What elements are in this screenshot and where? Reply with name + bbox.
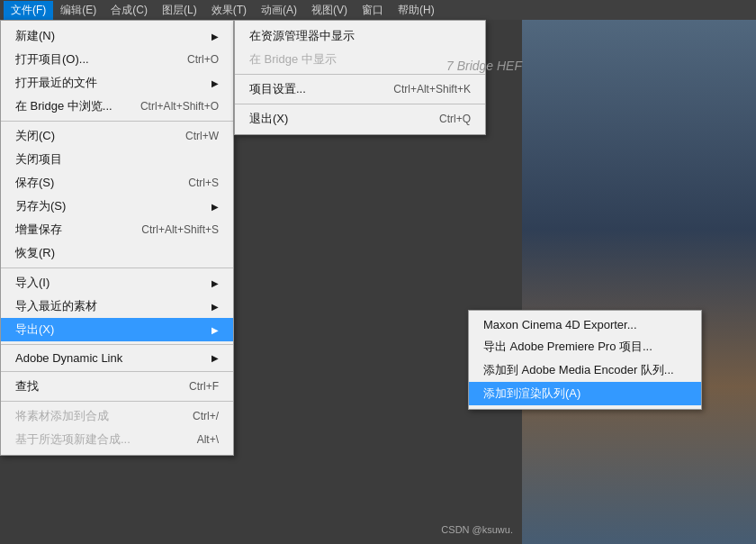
menubar: 文件(F) 编辑(E) 合成(C) 图层(L) 效果(T) 动画(A) 视图(V… — [0, 0, 756, 20]
menu-item-open[interactable]: 打开项目(O)... Ctrl+O — [1, 48, 233, 71]
menu-item-add-to-comp: 将素材添加到合成 Ctrl+/ — [1, 404, 233, 428]
menu-item-show-in-explorer[interactable]: 在资源管理器中显示 — [235, 24, 485, 48]
menu-item-recent-files[interactable]: 打开最近的文件 ▶ — [1, 71, 233, 95]
menu-item-import[interactable]: 导入(I) ▶ — [1, 271, 233, 295]
submenu-arrow: ▶ — [212, 325, 219, 335]
submenu-arrow: ▶ — [212, 202, 219, 212]
submenu-arrow: ▶ — [212, 278, 219, 288]
menu-item-save[interactable]: 保存(S) Ctrl+S — [1, 171, 233, 195]
menu-item-import-recent[interactable]: 导入最近的素材 ▶ — [1, 295, 233, 318]
separator-sec-1 — [235, 74, 485, 75]
menubar-item-view[interactable]: 视图(V) — [304, 1, 355, 20]
menubar-item-animate[interactable]: 动画(A) — [254, 1, 304, 20]
submenu-arrow: ▶ — [212, 353, 219, 363]
menu-item-new[interactable]: 新建(N) ▶ — [1, 24, 233, 48]
separator-2 — [1, 267, 233, 268]
menu-item-adobe-dynamic-link[interactable]: Adobe Dynamic Link ▶ — [1, 348, 233, 368]
menu-item-quit[interactable]: 退出(X) Ctrl+Q — [235, 107, 485, 131]
menubar-item-help[interactable]: 帮助(H) — [391, 1, 442, 20]
menubar-item-edit[interactable]: 编辑(E) — [53, 1, 104, 20]
menu-item-premiere-export[interactable]: 导出 Adobe Premiere Pro 项目... — [469, 335, 701, 358]
separator-3 — [1, 344, 233, 345]
menubar-item-file[interactable]: 文件(F) — [4, 1, 53, 20]
menu-item-add-to-render-queue[interactable]: 添加到渲染队列(A) — [469, 382, 701, 405]
background-image — [522, 20, 756, 544]
menu-item-close-project[interactable]: 关闭项目 — [1, 148, 233, 171]
separator-4 — [1, 371, 233, 372]
menu-item-save-as[interactable]: 另存为(S) ▶ — [1, 195, 233, 218]
separator-1 — [1, 121, 233, 122]
export-dropdown: Maxon Cinema 4D Exporter... 导出 Adobe Pre… — [468, 310, 702, 410]
menubar-item-layer[interactable]: 图层(L) — [155, 1, 204, 20]
menu-item-find[interactable]: 查找 Ctrl+F — [1, 375, 233, 398]
separator-5 — [1, 401, 233, 402]
submenu-arrow: ▶ — [212, 78, 219, 88]
menu-item-bridge-browse[interactable]: 在 Bridge 中浏览... Ctrl+Alt+Shift+O — [1, 95, 233, 118]
menu-item-export[interactable]: 导出(X) ▶ — [1, 318, 233, 341]
menu-item-incremental-save[interactable]: 增量保存 Ctrl+Alt+Shift+S — [1, 218, 233, 241]
menubar-item-compose[interactable]: 合成(C) — [104, 1, 155, 20]
watermark-text: 7 Bridge HEF — [446, 59, 522, 73]
menu-item-cinema4d-exporter[interactable]: Maxon Cinema 4D Exporter... — [469, 314, 701, 335]
csdn-watermark: CSDN @ksuwu. — [441, 524, 513, 535]
menubar-item-window[interactable]: 窗口 — [355, 1, 391, 20]
menubar-item-effect[interactable]: 效果(T) — [204, 1, 254, 20]
separator-sec-2 — [235, 104, 485, 104]
submenu-arrow: ▶ — [212, 32, 219, 41]
menu-item-project-settings[interactable]: 项目设置... Ctrl+Alt+Shift+K — [235, 77, 485, 101]
menu-item-new-comp-from-sel: 基于所选项新建合成... Alt+\ — [1, 428, 233, 451]
primary-dropdown: 新建(N) ▶ 打开项目(O)... Ctrl+O 打开最近的文件 ▶ 在 Br… — [0, 20, 234, 456]
submenu-arrow: ▶ — [212, 302, 219, 312]
menu-item-revert[interactable]: 恢复(R) — [1, 241, 233, 265]
secondary-dropdown: 在资源管理器中显示 在 Bridge 中显示 项目设置... Ctrl+Alt+… — [234, 20, 486, 135]
menu-item-media-encoder[interactable]: 添加到 Adobe Media Encoder 队列... — [469, 358, 701, 382]
menu-item-close[interactable]: 关闭(C) Ctrl+W — [1, 124, 233, 148]
